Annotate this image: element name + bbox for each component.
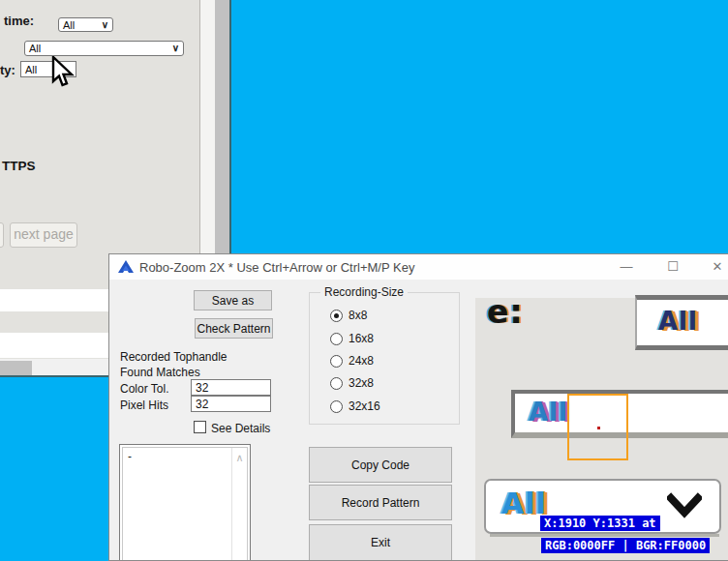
results-listbox[interactable]: - ∧ bbox=[119, 444, 251, 561]
list-item[interactable]: - bbox=[123, 448, 247, 463]
exit-button[interactable]: Exit bbox=[309, 524, 452, 561]
radio-option-8x8[interactable]: 8x8 bbox=[330, 309, 367, 322]
record-pattern-button[interactable]: Record Pattern bbox=[309, 485, 452, 520]
minimize-button[interactable]: — bbox=[611, 254, 642, 280]
app-icon bbox=[118, 260, 134, 274]
radio-option-24x8[interactable]: 24x8 bbox=[330, 354, 374, 368]
found-matches-label: Found Matches bbox=[120, 366, 200, 379]
magnified-dropdown-top: All bbox=[635, 295, 728, 350]
dialog-title: Robo-Zoom 2X * Use Ctrl+Arrow or Ctrl+M/… bbox=[139, 260, 414, 275]
rgb-status-badge: RGB:0000FF | BGR:FF0000 bbox=[541, 538, 710, 553]
radio-option-32x16[interactable]: 32x16 bbox=[330, 399, 380, 413]
ty-input-value: All bbox=[25, 64, 37, 75]
radio-option-32x8[interactable]: 32x8 bbox=[330, 376, 374, 390]
color-tol-input[interactable] bbox=[191, 379, 271, 396]
see-details-label: See Details bbox=[211, 422, 270, 435]
dropdown-arrow-icon bbox=[667, 492, 702, 521]
recorded-tophandle-label: Recorded Tophandle bbox=[120, 350, 228, 364]
target-pixel-dot bbox=[597, 427, 600, 429]
color-tol-label: Color Tol. bbox=[120, 382, 168, 396]
chevron-down-icon: ∨ bbox=[102, 20, 108, 30]
wide-dropdown[interactable]: All ∨ bbox=[24, 41, 184, 56]
pixel-hits-label: Pixel Hits bbox=[120, 399, 168, 412]
chevron-down-icon: ∨ bbox=[172, 44, 179, 53]
copy-code-button[interactable]: Copy Code bbox=[309, 447, 452, 483]
listbox-scrollbar[interactable]: ∧ bbox=[231, 448, 247, 561]
magnified-e-text: e: bbox=[487, 293, 524, 331]
time-dropdown-value: All bbox=[63, 19, 75, 31]
magnified-all-text: All bbox=[658, 307, 728, 336]
ty-label: ty: bbox=[0, 63, 15, 77]
robo-zoom-dialog: Robo-Zoom 2X * Use Ctrl+Arrow or Ctrl+M/… bbox=[108, 253, 728, 561]
pixel-hits-input[interactable] bbox=[191, 396, 271, 412]
check-pattern-button[interactable]: Check Pattern bbox=[195, 318, 273, 339]
prev-page-button-fragment[interactable] bbox=[0, 222, 4, 248]
save-as-button[interactable]: Save as bbox=[194, 290, 272, 310]
magnified-all-text: All bbox=[529, 398, 728, 427]
scroll-up-icon[interactable]: ∧ bbox=[232, 448, 247, 464]
wide-dropdown-value: All bbox=[29, 43, 41, 54]
horizontal-scrollbar-thumb[interactable] bbox=[0, 361, 32, 375]
radio-icon[interactable] bbox=[330, 355, 343, 368]
recording-size-title: Recording-Size bbox=[320, 285, 408, 299]
close-button[interactable]: ✕ bbox=[702, 254, 728, 280]
https-text: TTPS bbox=[2, 159, 36, 173]
see-details-checkbox[interactable] bbox=[194, 421, 206, 433]
radio-option-16x8[interactable]: 16x8 bbox=[330, 332, 374, 345]
coords-status-badge: X:1910 Y:1331 at bbox=[540, 516, 660, 531]
radio-icon[interactable] bbox=[330, 333, 343, 345]
next-page-button[interactable]: next page bbox=[10, 222, 77, 248]
time-dropdown[interactable]: All ∨ bbox=[58, 17, 113, 32]
radio-icon[interactable] bbox=[330, 400, 343, 413]
radio-icon[interactable] bbox=[330, 310, 343, 322]
time-label: time: bbox=[4, 14, 34, 28]
dropdown-shadow bbox=[490, 534, 719, 537]
maximize-button[interactable]: ☐ bbox=[657, 254, 688, 280]
radio-icon[interactable] bbox=[330, 377, 343, 390]
desktop: time: All ∨ All ∨ ty: All TTPS next page… bbox=[0, 0, 728, 561]
mouse-cursor-icon bbox=[51, 56, 75, 89]
results-listbox-inner: - ∧ bbox=[122, 447, 248, 561]
